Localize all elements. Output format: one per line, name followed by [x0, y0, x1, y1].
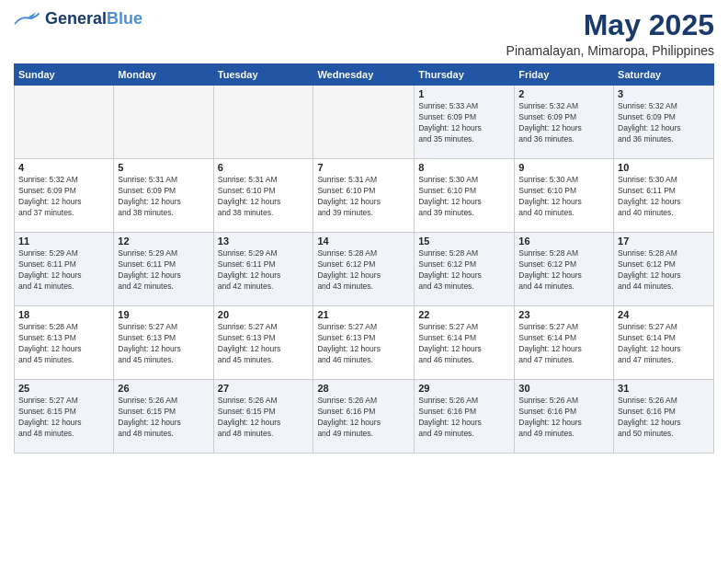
- day-info: Sunrise: 5:28 AM Sunset: 6:12 PM Dayligh…: [618, 248, 710, 293]
- table-row: 24Sunrise: 5:27 AM Sunset: 6:14 PM Dayli…: [614, 306, 714, 380]
- table-row: 9Sunrise: 5:30 AM Sunset: 6:10 PM Daylig…: [515, 159, 614, 233]
- day-number: 26: [118, 383, 209, 394]
- day-info: Sunrise: 5:27 AM Sunset: 6:13 PM Dayligh…: [218, 322, 310, 366]
- day-number: 29: [418, 383, 510, 394]
- day-number: 3: [618, 88, 710, 99]
- day-number: 25: [18, 383, 109, 394]
- day-info: Sunrise: 5:28 AM Sunset: 6:12 PM Dayligh…: [418, 248, 510, 293]
- day-info: Sunrise: 5:27 AM Sunset: 6:14 PM Dayligh…: [618, 322, 710, 366]
- table-row: 14Sunrise: 5:28 AM Sunset: 6:12 PM Dayli…: [313, 233, 415, 306]
- table-row: 22Sunrise: 5:27 AM Sunset: 6:14 PM Dayli…: [415, 306, 515, 380]
- calendar-header-row: SundayMondayTuesdayWednesdayThursdayFrid…: [15, 64, 714, 86]
- table-row: 6Sunrise: 5:31 AM Sunset: 6:10 PM Daylig…: [213, 159, 313, 233]
- table-row: 29Sunrise: 5:26 AM Sunset: 6:16 PM Dayli…: [415, 380, 515, 454]
- day-number: 21: [317, 309, 410, 320]
- day-info: Sunrise: 5:30 AM Sunset: 6:10 PM Dayligh…: [518, 175, 609, 219]
- day-number: 18: [18, 309, 109, 320]
- day-info: Sunrise: 5:27 AM Sunset: 6:14 PM Dayligh…: [518, 322, 609, 366]
- day-info: Sunrise: 5:28 AM Sunset: 6:13 PM Dayligh…: [18, 322, 109, 366]
- day-number: 9: [518, 162, 609, 173]
- calendar-week-row: 4Sunrise: 5:32 AM Sunset: 6:09 PM Daylig…: [15, 159, 714, 233]
- day-info: Sunrise: 5:28 AM Sunset: 6:12 PM Dayligh…: [317, 248, 410, 293]
- day-info: Sunrise: 5:32 AM Sunset: 6:09 PM Dayligh…: [518, 101, 609, 145]
- table-row: 1Sunrise: 5:33 AM Sunset: 6:09 PM Daylig…: [415, 86, 515, 159]
- weekday-header: Friday: [515, 64, 614, 86]
- day-number: 13: [218, 236, 310, 247]
- header: GeneralBlue May 2025 Pinamalayan, Mimaro…: [14, 9, 714, 58]
- day-number: 24: [618, 309, 710, 320]
- day-number: 2: [518, 88, 609, 99]
- table-row: 13Sunrise: 5:29 AM Sunset: 6:11 PM Dayli…: [213, 233, 313, 306]
- table-row: [213, 86, 313, 159]
- table-row: 23Sunrise: 5:27 AM Sunset: 6:14 PM Dayli…: [515, 306, 614, 380]
- table-row: 17Sunrise: 5:28 AM Sunset: 6:12 PM Dayli…: [614, 233, 714, 306]
- table-row: 18Sunrise: 5:28 AM Sunset: 6:13 PM Dayli…: [15, 306, 114, 380]
- day-info: Sunrise: 5:27 AM Sunset: 6:14 PM Dayligh…: [418, 322, 510, 366]
- day-number: 16: [518, 236, 609, 247]
- day-info: Sunrise: 5:32 AM Sunset: 6:09 PM Dayligh…: [618, 101, 710, 145]
- calendar-week-row: 1Sunrise: 5:33 AM Sunset: 6:09 PM Daylig…: [15, 86, 714, 159]
- table-row: 7Sunrise: 5:31 AM Sunset: 6:10 PM Daylig…: [313, 159, 415, 233]
- day-number: 14: [317, 236, 410, 247]
- day-info: Sunrise: 5:32 AM Sunset: 6:09 PM Dayligh…: [18, 175, 109, 219]
- logo: GeneralBlue: [14, 9, 142, 29]
- table-row: 16Sunrise: 5:28 AM Sunset: 6:12 PM Dayli…: [515, 233, 614, 306]
- day-number: 27: [218, 383, 310, 394]
- table-row: 27Sunrise: 5:26 AM Sunset: 6:15 PM Dayli…: [213, 380, 313, 454]
- day-info: Sunrise: 5:28 AM Sunset: 6:12 PM Dayligh…: [518, 248, 609, 293]
- day-info: Sunrise: 5:27 AM Sunset: 6:15 PM Dayligh…: [18, 396, 109, 440]
- table-row: 21Sunrise: 5:27 AM Sunset: 6:13 PM Dayli…: [313, 306, 415, 380]
- day-number: 4: [18, 162, 109, 173]
- table-row: [114, 86, 213, 159]
- day-number: 30: [518, 383, 609, 394]
- day-number: 6: [218, 162, 310, 173]
- table-row: 4Sunrise: 5:32 AM Sunset: 6:09 PM Daylig…: [15, 159, 114, 233]
- day-info: Sunrise: 5:31 AM Sunset: 6:10 PM Dayligh…: [317, 175, 410, 219]
- weekday-header: Wednesday: [313, 64, 415, 86]
- day-number: 19: [118, 309, 209, 320]
- weekday-header: Monday: [114, 64, 213, 86]
- day-info: Sunrise: 5:26 AM Sunset: 6:16 PM Dayligh…: [317, 396, 410, 440]
- logo-general: General: [45, 9, 107, 28]
- table-row: 19Sunrise: 5:27 AM Sunset: 6:13 PM Dayli…: [114, 306, 213, 380]
- day-info: Sunrise: 5:31 AM Sunset: 6:10 PM Dayligh…: [218, 175, 310, 219]
- table-row: 30Sunrise: 5:26 AM Sunset: 6:16 PM Dayli…: [515, 380, 614, 454]
- day-info: Sunrise: 5:27 AM Sunset: 6:13 PM Dayligh…: [118, 322, 209, 366]
- table-row: 26Sunrise: 5:26 AM Sunset: 6:15 PM Dayli…: [114, 380, 213, 454]
- page: GeneralBlue May 2025 Pinamalayan, Mimaro…: [0, 0, 728, 563]
- day-number: 28: [317, 383, 410, 394]
- table-row: 20Sunrise: 5:27 AM Sunset: 6:13 PM Dayli…: [213, 306, 313, 380]
- table-row: 11Sunrise: 5:29 AM Sunset: 6:11 PM Dayli…: [15, 233, 114, 306]
- table-row: [15, 86, 114, 159]
- table-row: 2Sunrise: 5:32 AM Sunset: 6:09 PM Daylig…: [515, 86, 614, 159]
- day-number: 7: [317, 162, 410, 173]
- table-row: 15Sunrise: 5:28 AM Sunset: 6:12 PM Dayli…: [415, 233, 515, 306]
- day-number: 8: [418, 162, 510, 173]
- table-row: 28Sunrise: 5:26 AM Sunset: 6:16 PM Dayli…: [313, 380, 415, 454]
- day-info: Sunrise: 5:26 AM Sunset: 6:15 PM Dayligh…: [218, 396, 310, 440]
- day-number: 31: [618, 383, 710, 394]
- table-row: 3Sunrise: 5:32 AM Sunset: 6:09 PM Daylig…: [614, 86, 714, 159]
- day-info: Sunrise: 5:29 AM Sunset: 6:11 PM Dayligh…: [18, 248, 109, 293]
- location-title: Pinamalayan, Mimaropa, Philippines: [506, 43, 714, 58]
- logo-blue: Blue: [107, 9, 142, 28]
- calendar-table: SundayMondayTuesdayWednesdayThursdayFrid…: [14, 63, 714, 454]
- day-number: 22: [418, 309, 510, 320]
- day-info: Sunrise: 5:26 AM Sunset: 6:16 PM Dayligh…: [418, 396, 510, 440]
- day-info: Sunrise: 5:30 AM Sunset: 6:10 PM Dayligh…: [418, 175, 510, 219]
- logo-icon: [14, 11, 41, 28]
- title-section: May 2025 Pinamalayan, Mimaropa, Philippi…: [506, 9, 714, 58]
- calendar-week-row: 18Sunrise: 5:28 AM Sunset: 6:13 PM Dayli…: [15, 306, 714, 380]
- day-number: 5: [118, 162, 209, 173]
- day-info: Sunrise: 5:30 AM Sunset: 6:11 PM Dayligh…: [618, 175, 710, 219]
- table-row: 12Sunrise: 5:29 AM Sunset: 6:11 PM Dayli…: [114, 233, 213, 306]
- table-row: 8Sunrise: 5:30 AM Sunset: 6:10 PM Daylig…: [415, 159, 515, 233]
- day-info: Sunrise: 5:26 AM Sunset: 6:15 PM Dayligh…: [118, 396, 209, 440]
- table-row: 5Sunrise: 5:31 AM Sunset: 6:09 PM Daylig…: [114, 159, 213, 233]
- weekday-header: Saturday: [614, 64, 714, 86]
- day-number: 11: [18, 236, 109, 247]
- table-row: 25Sunrise: 5:27 AM Sunset: 6:15 PM Dayli…: [15, 380, 114, 454]
- calendar-week-row: 25Sunrise: 5:27 AM Sunset: 6:15 PM Dayli…: [15, 380, 714, 454]
- table-row: [313, 86, 415, 159]
- day-info: Sunrise: 5:33 AM Sunset: 6:09 PM Dayligh…: [418, 101, 510, 145]
